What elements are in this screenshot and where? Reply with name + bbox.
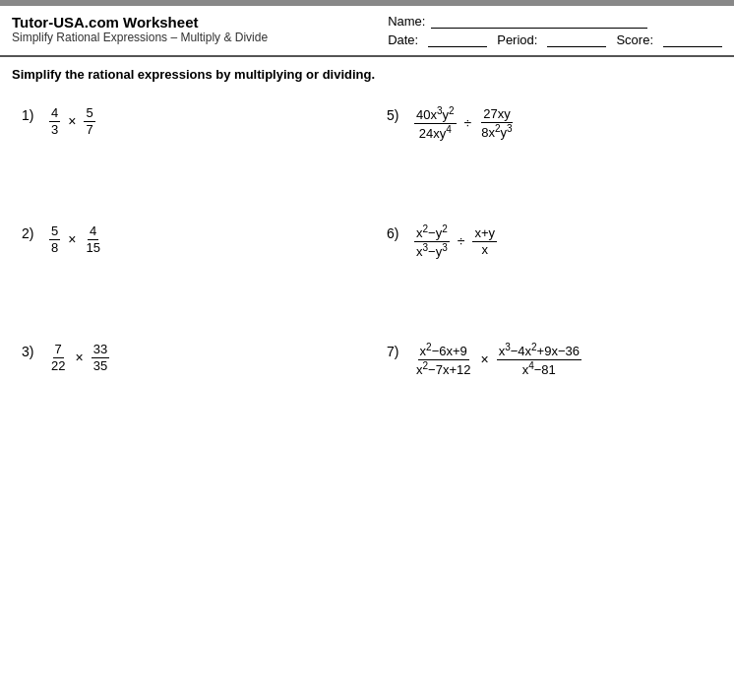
fraction-3b: 33 35 [92, 342, 109, 373]
problem-5-content: 40x3y2 24xy4 ÷ 27xy 8x2y3 [414, 105, 515, 142]
fraction-7b: x3−4x2+9x−36 x4−81 [497, 342, 581, 378]
score-label: Score: [616, 32, 653, 47]
problem-1: 1) 4 3 × 5 7 [12, 92, 367, 210]
name-field[interactable] [431, 15, 647, 29]
problem-2-content: 5 8 × 4 15 [49, 223, 102, 255]
operator-1: × [66, 113, 78, 129]
problem-5: 5) 40x3y2 24xy4 ÷ 27xy 8x2y3 [367, 92, 722, 210]
worksheet-subtitle: Simplify Rational Expressions – Multiply… [12, 31, 268, 44]
operator-7: × [478, 351, 490, 367]
date-field[interactable] [428, 33, 487, 47]
fraction-3a: 7 22 [49, 342, 67, 373]
problem-3-number: 3) [22, 342, 41, 359]
fraction-5a: 40x3y2 24xy4 [414, 105, 457, 142]
problem-2: 2) 5 8 × 4 15 [12, 210, 367, 328]
fraction-1a: 4 3 [49, 105, 60, 137]
problem-1-content: 4 3 × 5 7 [49, 105, 95, 137]
problem-7-number: 7) [387, 342, 406, 359]
header-left: Tutor-USA.com Worksheet Simplify Rationa… [12, 14, 268, 44]
worksheet-title: Tutor-USA.com Worksheet [12, 14, 268, 31]
problem-7: 7) x2−6x+9 x2−7x+12 × x3−4x2+9x−36 x4−81 [367, 328, 722, 446]
problem-5-number: 5) [387, 105, 406, 123]
problems-container: 1) 4 3 × 5 7 5) 40x3y2 24xy4 ÷ 27xy 8x2y… [0, 92, 734, 446]
date-row: Date: Period: Score: [388, 32, 722, 47]
name-row: Name: [388, 14, 722, 29]
operator-2: × [66, 231, 78, 247]
date-label: Date: [388, 32, 418, 47]
problem-3-content: 7 22 × 33 35 [49, 342, 109, 373]
problem-6-content: x2−y2 x3−y3 ÷ x+y x [414, 223, 497, 260]
problem-6: 6) x2−y2 x3−y3 ÷ x+y x [367, 210, 722, 328]
operator-3: × [73, 350, 85, 365]
instructions: Simplify the rational expressions by mul… [0, 61, 734, 92]
fraction-7a: x2−6x+9 x2−7x+12 [414, 342, 472, 378]
fraction-1b: 5 7 [84, 105, 94, 137]
problem-1-number: 1) [22, 105, 41, 123]
operator-5: ÷ [462, 115, 474, 131]
period-label: Period: [497, 32, 537, 47]
name-label: Name: [388, 14, 425, 29]
problem-7-content: x2−6x+9 x2−7x+12 × x3−4x2+9x−36 x4−81 [414, 342, 581, 378]
fraction-6a: x2−y2 x3−y3 [414, 223, 450, 260]
header-divider [0, 55, 734, 57]
problem-3: 3) 7 22 × 33 35 [12, 328, 367, 446]
operator-6: ÷ [456, 233, 467, 249]
fraction-2a: 5 8 [49, 223, 60, 255]
fraction-2b: 4 15 [84, 223, 101, 255]
period-field[interactable] [547, 33, 606, 47]
problem-6-number: 6) [387, 223, 406, 241]
problem-2-number: 2) [22, 223, 41, 241]
fraction-6b: x+y x [472, 225, 497, 257]
header: Tutor-USA.com Worksheet Simplify Rationa… [0, 6, 734, 51]
fraction-5b: 27xy 8x2y3 [479, 106, 514, 141]
header-right: Name: Date: Period: Score: [388, 14, 722, 47]
score-field[interactable] [663, 33, 722, 47]
